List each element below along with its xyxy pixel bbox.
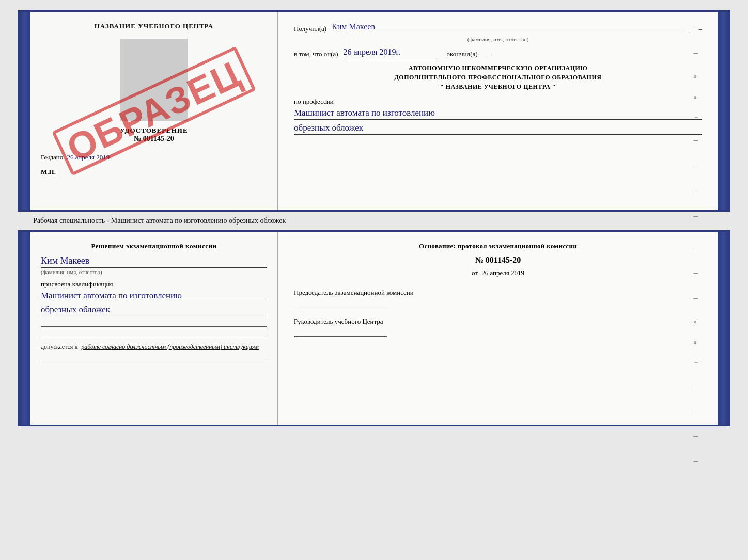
date-value: 26 апреля 2019 <box>481 269 524 277</box>
udost-block: УДОСТОВЕРЕНИЕ № 001145-20 <box>41 126 267 143</box>
bl-line1 <box>41 318 267 327</box>
okonchil-label: окончил(а) <box>447 50 478 58</box>
org-line1: АВТОНОМНУЮ НЕКОММЕРЧЕСКУЮ ОРГАНИЗАЦИЮ <box>294 63 702 73</box>
right-dash-lines: – – и а ←– – – – – <box>694 22 703 221</box>
bl-line2 <box>41 330 267 338</box>
vtom-row: в том, что он(а) 26 апреля 2019г. окончи… <box>294 47 702 58</box>
vydano-line: Выдано 26 апреля 2019 <box>41 153 267 162</box>
profession-label: по профессии <box>294 98 702 106</box>
bottom-right-panel: Основание: протокол экзаменационной коми… <box>278 232 718 425</box>
org-section: АВТОНОМНУЮ НЕКОММЕРЧЕСКУЮ ОРГАНИЗАЦИЮ ДО… <box>294 63 702 91</box>
bl-name: Ким Макеев <box>41 255 267 266</box>
br-number: № 001145-20 <box>294 255 702 265</box>
date-prefix: от <box>472 269 478 277</box>
poluchil-label: Получил(а) <box>294 25 326 33</box>
bl-prisvoena-label: присвоена квалификация <box>41 280 267 289</box>
fio-sub: (фамилия, имя, отчество) <box>294 36 702 42</box>
bl-qualification-line2: обрезных обложек <box>41 305 267 315</box>
rukovoditel-line <box>294 328 387 337</box>
bl-qualification-line1: Машинист автомата по изготовлению <box>41 291 267 301</box>
photo-placeholder <box>120 39 188 121</box>
top-right-panel: Получил(а) Ким Макеев – (фамилия, имя, о… <box>278 12 718 210</box>
dash2: – <box>487 50 491 58</box>
left-spine-top <box>19 12 30 210</box>
document-wrapper: НАЗВАНИЕ УЧЕБНОГО ЦЕНТРА УДОСТОВЕРЕНИЕ №… <box>18 10 730 426</box>
predsedatel-label: Председатель экзаменационной комиссии <box>294 287 702 298</box>
bottom-document: Решением экзаменационной комиссии Ким Ма… <box>18 230 730 426</box>
profession-line1: Машинист автомата по изготовлению <box>294 108 702 120</box>
org-line3: " НАЗВАНИЕ УЧЕБНОГО ЦЕНТРА " <box>294 82 702 91</box>
separator-text: Рабочая специальность - Машинист автомат… <box>18 217 730 225</box>
vydano-prefix: Выдано <box>41 153 63 161</box>
bl-dopusk-italic: работе согласно должностным (производств… <box>81 343 259 350</box>
poluchil-value: Ким Макеев <box>332 22 689 33</box>
udost-number: № 001145-20 <box>41 135 267 143</box>
bottom-left-panel: Решением экзаменационной комиссии Ким Ма… <box>30 232 278 425</box>
vtom-value: 26 апреля 2019г. <box>344 47 437 58</box>
right-spine-top <box>718 12 729 210</box>
top-document: НАЗВАНИЕ УЧЕБНОГО ЦЕНТРА УДОСТОВЕРЕНИЕ №… <box>18 10 730 212</box>
bl-line3 <box>41 353 267 361</box>
br-date: от 26 апреля 2019 <box>294 269 702 277</box>
org-line2: ДОПОЛНИТЕЛЬНОГО ПРОФЕССИОНАЛЬНОГО ОБРАЗО… <box>294 73 702 82</box>
predsedatel-line <box>294 300 387 308</box>
vtom-label: в том, что он(а) <box>294 50 338 58</box>
rukovoditel-label: Руководитель учебного Центра <box>294 316 702 327</box>
poluchil-row: Получил(а) Ким Макеев – <box>294 22 702 33</box>
br-osnov: Основание: протокол экзаменационной коми… <box>294 242 702 250</box>
vydano-date: 26 апреля 2019 <box>67 153 110 161</box>
udost-label: УДОСТОВЕРЕНИЕ <box>41 126 267 135</box>
br-dash-lines: – – – и а ←– – – – – <box>694 242 703 467</box>
left-spine-bottom <box>19 232 30 425</box>
bl-dopusk-prefix: допускается к <box>41 343 77 350</box>
bl-header: Решением экзаменационной комиссии <box>41 242 267 250</box>
bl-fio-sub: (фамилия, имя, отчество) <box>41 267 267 275</box>
right-spine-bottom <box>718 232 729 425</box>
mp-label: М.П. <box>41 168 267 176</box>
top-left-panel: НАЗВАНИЕ УЧЕБНОГО ЦЕНТРА УДОСТОВЕРЕНИЕ №… <box>30 12 278 210</box>
bl-dopusk: допускается к работе согласно должностны… <box>41 343 267 351</box>
profession-line2: обрезных обложек <box>294 123 702 135</box>
school-name-header: НАЗВАНИЕ УЧЕБНОГО ЦЕНТРА <box>41 22 267 30</box>
